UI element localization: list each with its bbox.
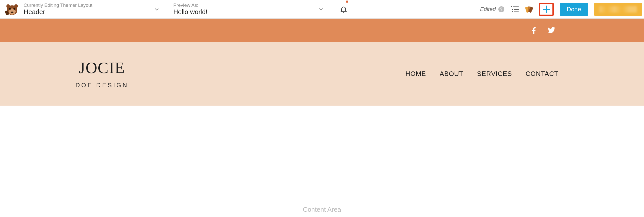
chevron-down-icon[interactable] <box>317 6 325 13</box>
nav-item-contact[interactable]: CONTACT <box>526 70 558 78</box>
brand-title: JOCIE <box>75 59 129 77</box>
builder-top-bar: Currently Editing Themer Layout Header P… <box>0 0 644 19</box>
done-button[interactable]: Done <box>560 3 588 16</box>
upgrade-button[interactable] <box>594 3 642 16</box>
beaver-logo-icon <box>5 2 19 16</box>
divider <box>333 0 333 18</box>
svg-point-3 <box>13 8 15 10</box>
facebook-icon[interactable] <box>529 26 538 35</box>
nav-item-services[interactable]: SERVICES <box>477 70 512 78</box>
editing-layout-selector[interactable]: Currently Editing Themer Layout Header <box>0 0 166 18</box>
outline-panel-button[interactable] <box>510 6 519 13</box>
preview-as-label: Preview As: <box>173 3 312 8</box>
content-area-label: Content Area <box>303 206 341 213</box>
preview-as-value: Hello world! <box>173 8 312 16</box>
edited-label: Edited <box>480 6 496 13</box>
nav-item-about[interactable]: ABOUT <box>440 70 464 78</box>
twitter-icon[interactable] <box>547 26 556 35</box>
svg-point-14 <box>512 11 513 12</box>
primary-nav: HOME ABOUT SERVICES CONTACT <box>406 70 558 78</box>
brand-block: JOCIE DOE DESIGN <box>75 59 129 89</box>
chevron-down-icon[interactable] <box>152 6 161 13</box>
social-bar <box>0 19 644 42</box>
swatches-button[interactable] <box>525 5 533 13</box>
add-content-button[interactable] <box>539 3 554 16</box>
editing-layout-label: Currently Editing Themer Layout <box>24 3 148 8</box>
nav-item-home[interactable]: HOME <box>406 70 426 78</box>
svg-point-2 <box>9 8 11 10</box>
notification-dot-icon <box>346 1 348 3</box>
brand-subtitle: DOE DESIGN <box>75 82 129 89</box>
content-area[interactable]: Content Area <box>0 106 644 217</box>
done-button-label: Done <box>567 6 581 13</box>
svg-point-12 <box>512 9 513 10</box>
blurred-content <box>599 6 637 13</box>
preview-as-selector[interactable]: Preview As: Hello world! <box>166 0 332 18</box>
help-icon[interactable]: ? <box>498 6 504 12</box>
svg-point-10 <box>511 6 512 7</box>
editing-layout-value: Header <box>24 8 148 16</box>
notifications-button[interactable] <box>340 0 348 18</box>
svg-point-4 <box>11 11 14 13</box>
svg-point-6 <box>14 4 18 8</box>
site-header: JOCIE DOE DESIGN HOME ABOUT SERVICES CON… <box>0 42 644 106</box>
edited-status: Edited ? <box>480 6 504 13</box>
svg-point-5 <box>6 4 10 8</box>
